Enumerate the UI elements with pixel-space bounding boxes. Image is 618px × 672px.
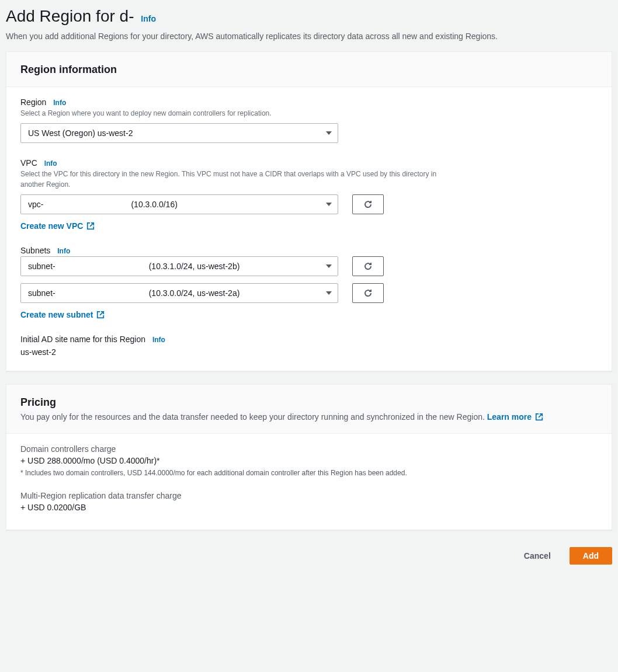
panel-header: Region information — [6, 52, 612, 87]
create-vpc-link-text: Create new VPC — [20, 221, 83, 231]
subnets-field: Subnets Info subnet- (10.3.1.0/24, us-we… — [20, 246, 598, 319]
subnet-select-0-right: (10.3.1.0/24, us-west-2b) — [55, 262, 319, 271]
page-title-info-link[interactable]: Info — [141, 14, 156, 23]
vpc-refresh-button[interactable] — [352, 194, 384, 214]
ad-site-field: Initial AD site name for this Region Inf… — [20, 335, 598, 357]
caret-down-icon — [326, 131, 332, 135]
subnet-select-0[interactable]: subnet- (10.3.1.0/24, us-west-2b) — [20, 256, 338, 276]
subnet-select-1[interactable]: subnet- (10.3.0.0/24, us-west-2a) — [20, 283, 338, 303]
region-panel-title: Region information — [20, 64, 598, 76]
caret-down-icon — [326, 291, 332, 295]
external-link-icon — [535, 413, 543, 421]
vpc-desc: Select the VPC for this directory in the… — [20, 169, 453, 190]
vpc-select[interactable]: vpc- (10.3.0.0/16) — [20, 194, 338, 214]
page-subtitle: When you add additional Regions for your… — [6, 30, 612, 42]
vpc-info-link[interactable]: Info — [44, 159, 57, 168]
transfer-charge-value: + USD 0.0200/GB — [20, 503, 598, 512]
vpc-select-value-left: vpc- — [28, 200, 43, 209]
dc-charge-value: + USD 288.0000/mo (USD 0.4000/hr)* — [20, 456, 598, 465]
region-label: Region Info — [20, 98, 598, 107]
region-desc: Select a Region where you want to deploy… — [20, 108, 453, 119]
vpc-label: VPC Info — [20, 158, 598, 168]
vpc-field: VPC Info Select the VPC for this directo… — [20, 158, 598, 231]
caret-down-icon — [326, 203, 332, 206]
pricing-learn-more-text: Learn more — [487, 411, 532, 423]
transfer-charge-label: Multi-Region replication data transfer c… — [20, 491, 598, 500]
ad-site-label-text: Initial AD site name for this Region — [20, 335, 145, 344]
caret-down-icon — [326, 264, 332, 268]
region-select-value: US West (Oregon) us-west-2 — [28, 128, 319, 138]
external-link-icon — [96, 311, 105, 319]
region-select[interactable]: US West (Oregon) us-west-2 — [20, 123, 338, 143]
dc-charge-label: Domain controllers charge — [20, 444, 598, 454]
pricing-panel-header: Pricing You pay only for the resources a… — [6, 385, 612, 434]
region-label-text: Region — [20, 98, 46, 107]
region-field: Region Info Select a Region where you wa… — [20, 98, 598, 143]
pricing-subtitle-row: You pay only for the resources and the d… — [20, 411, 598, 423]
footer-actions: Cancel Add — [6, 543, 612, 573]
subnet-refresh-button-1[interactable] — [352, 283, 384, 303]
external-link-icon — [86, 222, 95, 230]
cancel-button[interactable]: Cancel — [517, 546, 558, 565]
ad-site-value: us-west-2 — [20, 347, 598, 357]
refresh-icon — [363, 262, 373, 271]
region-info-link[interactable]: Info — [53, 99, 66, 107]
add-button[interactable]: Add — [570, 547, 612, 565]
subnet-select-1-left: subnet- — [28, 288, 55, 298]
ad-site-info-link[interactable]: Info — [152, 336, 165, 344]
page-title: Add Region for d- — [6, 6, 134, 27]
vpc-label-text: VPC — [20, 158, 37, 168]
dc-charge-footnote: * Includes two domain controllers, USD 1… — [20, 469, 598, 477]
subnets-info-link[interactable]: Info — [57, 247, 70, 255]
create-vpc-link[interactable]: Create new VPC — [20, 221, 95, 231]
subnets-label: Subnets Info — [20, 246, 598, 255]
region-information-panel: Region information Region Info Select a … — [6, 51, 612, 371]
pricing-panel: Pricing You pay only for the resources a… — [6, 384, 612, 530]
pricing-learn-more-link[interactable]: Learn more — [487, 411, 543, 423]
subnets-label-text: Subnets — [20, 246, 50, 255]
pricing-subtitle: You pay only for the resources and the d… — [20, 412, 485, 422]
subnet-refresh-button-0[interactable] — [352, 256, 384, 276]
pricing-title: Pricing — [20, 396, 598, 409]
refresh-icon — [363, 200, 373, 209]
ad-site-label: Initial AD site name for this Region Inf… — [20, 335, 598, 344]
subnet-select-0-left: subnet- — [28, 262, 55, 271]
refresh-icon — [363, 288, 373, 298]
vpc-select-value-right: (10.3.0.0/16) — [43, 200, 319, 209]
subnet-select-1-right: (10.3.0.0/24, us-west-2a) — [55, 288, 319, 298]
create-subnet-link[interactable]: Create new subnet — [20, 310, 105, 319]
create-subnet-link-text: Create new subnet — [20, 310, 93, 319]
page-header: Add Region for d- Info When you add addi… — [6, 6, 612, 51]
